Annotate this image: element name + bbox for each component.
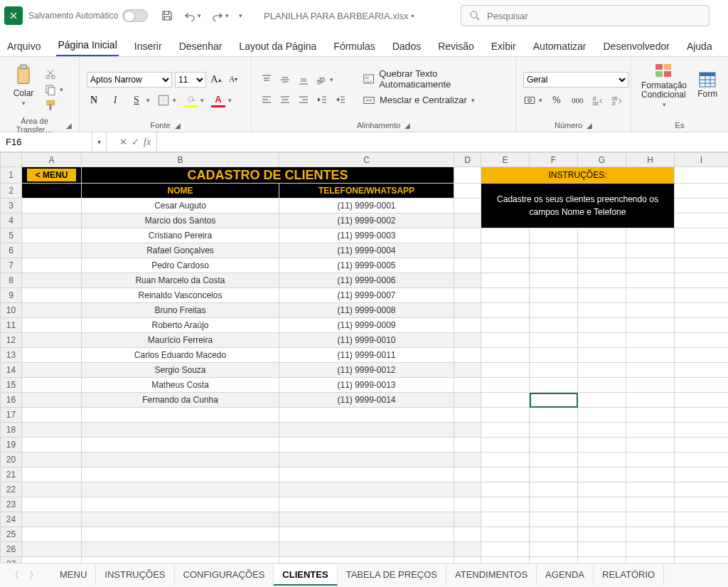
row-header[interactable]: 18 [1, 423, 22, 438]
sheet-tab-configurações[interactable]: CONFIGURAÇÕES [175, 565, 274, 586]
row-header[interactable]: 3 [1, 199, 22, 213]
cell[interactable] [481, 408, 530, 423]
cell[interactable] [626, 482, 675, 497]
decrease-indent-button[interactable] [314, 92, 330, 107]
cut-button[interactable] [44, 68, 57, 80]
search-input[interactable] [487, 11, 702, 21]
sheet-tab-instruções[interactable]: INSTRUÇÕES [96, 565, 174, 586]
cell[interactable] [530, 393, 578, 408]
cell[interactable] [578, 363, 626, 378]
cell-nome[interactable]: Sergio Souza [82, 363, 279, 378]
column-header-D[interactable]: D [454, 153, 481, 167]
cell[interactable] [578, 557, 626, 564]
cell[interactable] [675, 348, 729, 363]
cancel-formula-button[interactable]: ✕ [119, 137, 127, 147]
cell[interactable] [578, 467, 626, 482]
cell[interactable] [578, 408, 626, 423]
cell[interactable] [454, 378, 481, 393]
accept-formula-button[interactable]: ✓ [132, 137, 139, 147]
column-header-H[interactable]: H [626, 153, 675, 167]
cell[interactable] [626, 228, 675, 243]
ribbon-tab-arquivo[interactable]: Arquivo [6, 36, 42, 56]
cell[interactable] [578, 303, 626, 318]
cell[interactable] [454, 167, 481, 184]
spreadsheet-grid[interactable]: ABCDEFGHI1< MENUCADASTRO DE CLIENTESINST… [0, 152, 728, 563]
cell-nome[interactable] [82, 423, 279, 438]
menu-button[interactable]: < MENU [22, 167, 82, 184]
ribbon-tab-fórmulas[interactable]: Fórmulas [332, 36, 376, 56]
cell[interactable] [675, 213, 729, 228]
cell-nome[interactable]: Roberto Araújo [82, 318, 279, 333]
cell-nome[interactable]: Carlos Eduardo Macedo [82, 348, 279, 363]
dialog-launcher-icon[interactable]: ◢ [175, 122, 181, 129]
cell[interactable] [675, 497, 729, 512]
cell[interactable] [454, 213, 481, 228]
cell-nome[interactable]: Pedro Cardoso [82, 258, 279, 273]
cell[interactable] [675, 527, 729, 542]
cell[interactable] [454, 393, 481, 408]
cell-nome[interactable] [82, 408, 279, 423]
row-header[interactable]: 19 [1, 438, 22, 453]
tab-scroll-left-button[interactable]: 〈 [10, 569, 19, 582]
cell-telefone[interactable] [279, 512, 454, 527]
cell[interactable] [578, 453, 626, 467]
cell[interactable] [530, 482, 578, 497]
cell[interactable] [481, 303, 530, 318]
align-right-button[interactable] [296, 92, 311, 107]
cell-nome[interactable] [82, 542, 279, 557]
cell[interactable] [626, 288, 675, 303]
cell[interactable] [626, 378, 675, 393]
increase-indent-button[interactable] [333, 92, 348, 107]
cell-nome[interactable] [82, 438, 279, 453]
cell[interactable] [626, 512, 675, 527]
fill-color-button[interactable]: ▾ [183, 93, 204, 107]
align-middle-button[interactable] [277, 73, 293, 87]
cell-telefone[interactable] [279, 453, 454, 467]
cell[interactable] [675, 199, 729, 213]
row-header[interactable]: 17 [1, 408, 22, 423]
row-header[interactable]: 26 [1, 542, 22, 557]
cell[interactable] [578, 393, 626, 408]
autosave-switch-icon[interactable] [122, 9, 148, 22]
cell[interactable] [454, 243, 481, 258]
merge-center-button[interactable]: Mesclar e Centralizar ▾ [360, 92, 508, 109]
cell[interactable] [675, 423, 729, 438]
column-header-A[interactable]: A [22, 153, 82, 167]
cell[interactable] [454, 482, 481, 497]
row-header[interactable]: 2 [1, 184, 22, 199]
cell[interactable] [578, 438, 626, 453]
cell[interactable] [578, 243, 626, 258]
cell[interactable] [22, 438, 82, 453]
cell-telefone[interactable] [279, 467, 454, 482]
cell[interactable] [481, 482, 530, 497]
cell[interactable] [481, 438, 530, 453]
row-header[interactable]: 21 [1, 467, 22, 482]
cell[interactable] [481, 348, 530, 363]
cell[interactable] [22, 482, 82, 497]
row-header[interactable]: 23 [1, 497, 22, 512]
cell[interactable] [481, 497, 530, 512]
row-header[interactable]: 8 [1, 273, 22, 288]
wrap-text-button[interactable]: ab Quebrar Texto Automaticamente [360, 70, 508, 88]
select-all-corner[interactable] [1, 153, 22, 167]
cell[interactable] [530, 258, 578, 273]
cell[interactable] [481, 288, 530, 303]
cell[interactable] [675, 408, 729, 423]
copy-button[interactable]: ▾ [44, 83, 63, 96]
number-format-select[interactable]: Geral [523, 72, 628, 88]
cell[interactable] [481, 258, 530, 273]
cell[interactable] [454, 318, 481, 333]
cell[interactable] [454, 453, 481, 467]
italic-button[interactable]: I [108, 93, 122, 107]
cell[interactable] [481, 363, 530, 378]
cell[interactable] [22, 228, 82, 243]
cell[interactable] [675, 184, 729, 199]
cell[interactable] [530, 228, 578, 243]
cell[interactable] [578, 333, 626, 348]
cell[interactable] [578, 482, 626, 497]
cell-nome[interactable] [82, 557, 279, 564]
cell[interactable] [530, 318, 578, 333]
save-button[interactable] [161, 9, 173, 22]
cell[interactable] [675, 273, 729, 288]
cell[interactable] [626, 408, 675, 423]
